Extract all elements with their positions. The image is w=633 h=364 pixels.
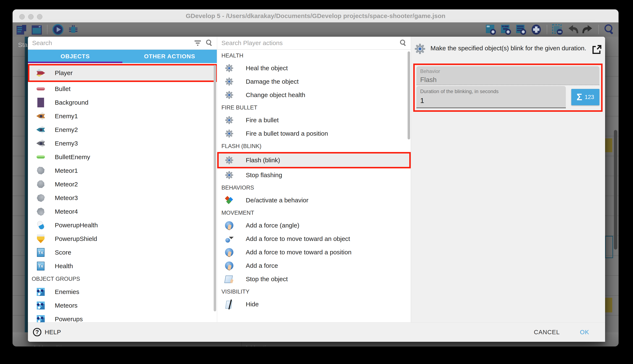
add-action-link[interactable]: Add action — [245, 344, 272, 346]
object-row-meteor3[interactable]: Meteor3 — [28, 191, 217, 205]
action-gear-icon — [224, 129, 234, 138]
object-label: BulletEnemy — [55, 154, 90, 160]
object-row-bulletenemy[interactable]: BulletEnemy — [28, 150, 217, 164]
action-row-change-health[interactable]: Change object health — [217, 88, 411, 102]
action-row-damage[interactable]: Damage the object — [217, 75, 411, 88]
object-row-score[interactable]: Score — [28, 246, 217, 259]
object-label: Meteor2 — [55, 181, 78, 188]
object-row-meteor2[interactable]: Meteor2 — [28, 178, 217, 191]
enemy-bullet-icon — [36, 152, 46, 162]
object-row-powerupshield[interactable]: PowerupShield — [28, 232, 217, 246]
action-row-stop-flashing[interactable]: Stop flashing — [217, 168, 411, 182]
group-label: Meteors — [55, 302, 78, 309]
scene-editor-icon[interactable] — [31, 24, 42, 35]
toolbar-right-group — [485, 24, 615, 35]
help-label: HELP — [45, 329, 61, 336]
help-button[interactable]: ? HELP — [33, 328, 61, 336]
object-label: Meteor1 — [55, 167, 78, 174]
close-window-button[interactable] — [19, 14, 25, 20]
behavior-field-label: Behavior — [420, 68, 596, 74]
text-object-icon — [36, 261, 46, 271]
objects-list-scrollbar[interactable] — [214, 65, 216, 311]
action-gear-icon — [224, 90, 234, 100]
duration-field[interactable]: Duration of the blinking, in seconds 1 — [416, 86, 566, 108]
object-row-enemy1[interactable]: Enemy1 — [28, 109, 217, 123]
section-header-health: HEALTH — [217, 50, 411, 62]
sigma-icon: Σ — [576, 92, 582, 102]
enemy1-ship-icon — [36, 111, 46, 121]
delete-event-icon[interactable] — [552, 24, 563, 35]
minimize-window-button[interactable] — [28, 14, 34, 20]
action-description: Make the specified object(s) blink for t… — [431, 43, 587, 55]
object-row-player[interactable]: Player — [28, 64, 217, 82]
events-scrollbar[interactable] — [614, 130, 617, 250]
action-label: Damage the object — [246, 78, 299, 85]
objects-search-input[interactable] — [32, 39, 190, 47]
object-row-background[interactable]: Background — [28, 96, 217, 109]
tab-objects[interactable]: OBJECTS — [28, 50, 122, 63]
ok-button[interactable]: OK — [580, 329, 589, 336]
action-label: Add a force (angle) — [246, 222, 299, 229]
object-group-icon — [36, 287, 46, 297]
action-detail-panel: Make the specified object(s) blink for t… — [411, 37, 605, 342]
object-row-meteor1[interactable]: Meteor1 — [28, 164, 217, 178]
action-row-heal[interactable]: Heal the object — [217, 62, 411, 75]
stop-object-icon — [224, 274, 234, 284]
action-row-flash-blink[interactable]: Flash (blink) — [217, 152, 411, 168]
filter-icon[interactable] — [194, 40, 202, 46]
action-row-hide[interactable]: Hide — [217, 298, 411, 311]
action-row-add-force[interactable]: Add a force — [217, 259, 411, 272]
object-row-meteor4[interactable]: Meteor4 — [28, 205, 217, 218]
project-manager-icon[interactable] — [16, 24, 27, 35]
group-row-enemies[interactable]: Enemies — [28, 285, 217, 298]
screenshot-root: GDevelop 5 - /Users/dkarakay/Documents/G… — [0, 0, 633, 364]
group-row-powerups[interactable]: Powerups — [28, 312, 217, 322]
objects-list: Player Bullet Background Enemy1 — [28, 64, 217, 322]
expression-editor-button[interactable]: Σ 123 — [571, 89, 599, 105]
action-row-force-toward-object[interactable]: Add a force to move toward an object — [217, 232, 411, 246]
play-preview-icon[interactable] — [52, 24, 64, 35]
add-comment-icon[interactable] — [515, 24, 527, 35]
duration-field-value: 1 — [420, 96, 562, 105]
action-label: Change object health — [246, 92, 305, 98]
active-tab-underline — [28, 62, 122, 63]
add-subevent-icon[interactable] — [500, 24, 512, 35]
action-row-add-force-angle[interactable]: Add a force (angle) — [217, 219, 411, 232]
object-row-enemy2[interactable]: Enemy2 — [28, 123, 217, 136]
search-icon — [399, 39, 407, 47]
background-sprite-icon — [36, 98, 46, 107]
cancel-button[interactable]: CANCEL — [534, 329, 560, 336]
undo-icon[interactable] — [567, 24, 579, 35]
action-row-stop-object[interactable]: Stop the object — [217, 272, 411, 286]
search-events-icon[interactable] — [603, 24, 615, 35]
debug-icon[interactable] — [67, 24, 79, 35]
behavior-field[interactable]: Behavior Flash — [416, 66, 599, 85]
action-label: De/activate a behavior — [246, 197, 308, 204]
object-label: Score — [55, 249, 71, 256]
tab-other-actions[interactable]: OTHER ACTIONS — [122, 50, 217, 63]
action-row-fire-bullet[interactable]: Fire a bullet — [217, 114, 411, 127]
object-label: Meteor4 — [55, 208, 78, 215]
object-row-enemy3[interactable]: Enemy3 — [28, 136, 217, 150]
action-row-force-toward-position[interactable]: Add a force to move toward a position — [217, 246, 411, 259]
add-event-icon[interactable] — [485, 24, 497, 35]
scene-tab-label: Sta — [18, 41, 28, 48]
tab-objects-label: OBJECTS — [61, 53, 90, 60]
object-label: Enemy2 — [55, 126, 78, 133]
action-row-fire-bullet-position[interactable]: Fire a bullet toward a position — [217, 127, 411, 140]
section-header-movement: MOVEMENT — [217, 207, 411, 219]
actions-list-scrollbar[interactable] — [408, 51, 410, 140]
tab-other-actions-label: OTHER ACTIONS — [144, 53, 195, 60]
action-row-deactivate-behavior[interactable]: De/activate a behavior — [217, 194, 411, 207]
group-row-meteors[interactable]: Meteors — [28, 298, 217, 312]
object-row-bullet[interactable]: Bullet — [28, 82, 217, 96]
object-row-health[interactable]: Health — [28, 259, 217, 273]
events-condition-column-strip — [25, 37, 28, 336]
add-condition-link[interactable]: Add condition — [33, 344, 68, 346]
open-in-new-icon[interactable] — [591, 44, 602, 55]
actions-search-input[interactable] — [221, 39, 396, 47]
object-row-poweruphealth[interactable]: PowerupHealth — [28, 218, 217, 232]
redo-icon[interactable] — [582, 24, 594, 35]
zoom-window-button[interactable] — [37, 14, 42, 20]
add-circle-icon[interactable] — [530, 24, 542, 35]
